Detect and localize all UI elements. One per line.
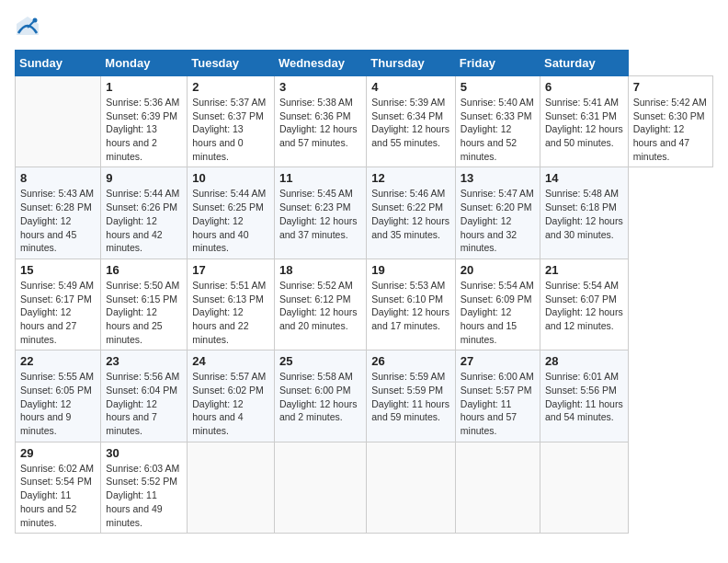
day-info: Sunrise: 6:03 AMSunset: 5:52 PMDaylight:… [106, 462, 182, 529]
day-number: 13 [461, 171, 535, 185]
day-info: Sunrise: 5:38 AMSunset: 6:36 PMDaylight:… [279, 96, 361, 150]
day-number: 17 [192, 263, 269, 277]
calendar-cell: 17Sunrise: 5:51 AMSunset: 6:13 PMDayligh… [188, 259, 275, 350]
day-number: 9 [106, 171, 182, 185]
calendar-cell: 28Sunrise: 6:01 AMSunset: 5:56 PMDayligh… [540, 350, 629, 442]
day-info: Sunrise: 5:42 AMSunset: 6:30 PMDaylight:… [633, 96, 708, 163]
calendar-cell: 19Sunrise: 5:53 AMSunset: 6:10 PMDayligh… [367, 259, 456, 350]
calendar-cell: 16Sunrise: 5:50 AMSunset: 6:15 PMDayligh… [101, 259, 188, 350]
calendar-cell: 4Sunrise: 5:39 AMSunset: 6:34 PMDaylight… [367, 76, 456, 167]
day-number: 25 [279, 354, 361, 368]
day-info: Sunrise: 5:59 AMSunset: 5:59 PMDaylight:… [371, 370, 450, 424]
calendar-table: SundayMondayTuesdayWednesdayThursdayFrid… [15, 50, 713, 534]
day-number: 7 [633, 80, 708, 94]
calendar-week-0: 1Sunrise: 5:36 AMSunset: 6:39 PMDaylight… [16, 76, 713, 167]
day-info: Sunrise: 5:53 AMSunset: 6:10 PMDaylight:… [371, 279, 450, 333]
calendar-cell: 14Sunrise: 5:48 AMSunset: 6:18 PMDayligh… [540, 167, 629, 259]
day-number: 4 [371, 80, 450, 94]
calendar-cell: 8Sunrise: 5:43 AMSunset: 6:28 PMDaylight… [16, 167, 101, 259]
day-number: 26 [371, 354, 450, 368]
day-number: 11 [279, 171, 361, 185]
day-info: Sunrise: 6:01 AMSunset: 5:56 PMDaylight:… [545, 370, 623, 424]
calendar-cell: 2Sunrise: 5:37 AMSunset: 6:37 PMDaylight… [188, 76, 275, 167]
day-info: Sunrise: 5:44 AMSunset: 6:25 PMDaylight:… [192, 187, 269, 254]
calendar-cell: 29Sunrise: 6:02 AMSunset: 5:54 PMDayligh… [16, 442, 101, 533]
day-number: 12 [371, 171, 450, 185]
day-info: Sunrise: 5:43 AMSunset: 6:28 PMDaylight:… [20, 187, 96, 254]
day-info: Sunrise: 5:50 AMSunset: 6:15 PMDaylight:… [106, 279, 182, 346]
calendar-cell [16, 76, 101, 167]
calendar-header-row: SundayMondayTuesdayWednesdayThursdayFrid… [16, 51, 713, 76]
calendar-cell [367, 442, 456, 533]
day-number: 22 [20, 354, 96, 368]
day-number: 6 [545, 80, 623, 94]
calendar-week-4: 29Sunrise: 6:02 AMSunset: 5:54 PMDayligh… [16, 442, 713, 533]
day-info: Sunrise: 5:54 AMSunset: 6:09 PMDaylight:… [461, 279, 535, 346]
calendar-cell: 26Sunrise: 5:59 AMSunset: 5:59 PMDayligh… [367, 350, 456, 442]
day-info: Sunrise: 5:54 AMSunset: 6:07 PMDaylight:… [545, 279, 623, 333]
day-info: Sunrise: 5:41 AMSunset: 6:31 PMDaylight:… [545, 96, 623, 150]
calendar-week-3: 22Sunrise: 5:55 AMSunset: 6:05 PMDayligh… [16, 350, 713, 442]
calendar-cell: 10Sunrise: 5:44 AMSunset: 6:25 PMDayligh… [188, 167, 275, 259]
day-number: 27 [461, 354, 535, 368]
col-header-friday: Friday [455, 51, 540, 76]
day-number: 15 [20, 263, 96, 277]
calendar-cell: 12Sunrise: 5:46 AMSunset: 6:22 PMDayligh… [367, 167, 456, 259]
logo-icon [15, 15, 40, 40]
calendar-cell: 21Sunrise: 5:54 AMSunset: 6:07 PMDayligh… [540, 259, 629, 350]
calendar-cell [188, 442, 275, 533]
day-info: Sunrise: 5:47 AMSunset: 6:20 PMDaylight:… [461, 187, 535, 254]
day-info: Sunrise: 6:00 AMSunset: 5:57 PMDaylight:… [461, 370, 535, 437]
day-number: 14 [545, 171, 623, 185]
calendar-cell: 6Sunrise: 5:41 AMSunset: 6:31 PMDaylight… [540, 76, 629, 167]
day-info: Sunrise: 5:44 AMSunset: 6:26 PMDaylight:… [106, 187, 182, 254]
day-info: Sunrise: 5:48 AMSunset: 6:18 PMDaylight:… [545, 187, 623, 241]
calendar-cell: 15Sunrise: 5:49 AMSunset: 6:17 PMDayligh… [16, 259, 101, 350]
calendar-cell: 13Sunrise: 5:47 AMSunset: 6:20 PMDayligh… [455, 167, 540, 259]
day-number: 18 [279, 263, 361, 277]
day-info: Sunrise: 5:57 AMSunset: 6:02 PMDaylight:… [192, 370, 269, 437]
col-header-tuesday: Tuesday [188, 51, 275, 76]
calendar-cell: 9Sunrise: 5:44 AMSunset: 6:26 PMDaylight… [101, 167, 188, 259]
calendar-cell: 11Sunrise: 5:45 AMSunset: 6:23 PMDayligh… [274, 167, 366, 259]
day-number: 20 [461, 263, 535, 277]
calendar-cell [274, 442, 366, 533]
day-info: Sunrise: 5:39 AMSunset: 6:34 PMDaylight:… [371, 96, 450, 150]
col-header-monday: Monday [101, 51, 188, 76]
day-info: Sunrise: 5:58 AMSunset: 6:00 PMDaylight:… [279, 370, 361, 424]
calendar-week-2: 15Sunrise: 5:49 AMSunset: 6:17 PMDayligh… [16, 259, 713, 350]
day-info: Sunrise: 5:36 AMSunset: 6:39 PMDaylight:… [106, 96, 182, 163]
day-number: 24 [192, 354, 269, 368]
day-number: 28 [545, 354, 623, 368]
day-number: 2 [192, 80, 269, 94]
calendar-cell: 20Sunrise: 5:54 AMSunset: 6:09 PMDayligh… [455, 259, 540, 350]
calendar-cell: 18Sunrise: 5:52 AMSunset: 6:12 PMDayligh… [274, 259, 366, 350]
calendar-cell: 25Sunrise: 5:58 AMSunset: 6:00 PMDayligh… [274, 350, 366, 442]
day-number: 29 [20, 446, 96, 460]
calendar-cell: 1Sunrise: 5:36 AMSunset: 6:39 PMDaylight… [101, 76, 188, 167]
day-number: 19 [371, 263, 450, 277]
day-number: 3 [279, 80, 361, 94]
day-info: Sunrise: 5:56 AMSunset: 6:04 PMDaylight:… [106, 370, 182, 437]
calendar-cell: 5Sunrise: 5:40 AMSunset: 6:33 PMDaylight… [455, 76, 540, 167]
calendar-cell [540, 442, 629, 533]
day-number: 16 [106, 263, 182, 277]
logo [15, 15, 44, 40]
day-info: Sunrise: 5:55 AMSunset: 6:05 PMDaylight:… [20, 370, 96, 437]
day-number: 30 [106, 446, 182, 460]
day-info: Sunrise: 5:40 AMSunset: 6:33 PMDaylight:… [461, 96, 535, 163]
day-info: Sunrise: 5:37 AMSunset: 6:37 PMDaylight:… [192, 96, 269, 163]
day-info: Sunrise: 5:46 AMSunset: 6:22 PMDaylight:… [371, 187, 450, 241]
day-number: 5 [461, 80, 535, 94]
calendar-cell: 23Sunrise: 5:56 AMSunset: 6:04 PMDayligh… [101, 350, 188, 442]
calendar-cell: 30Sunrise: 6:03 AMSunset: 5:52 PMDayligh… [101, 442, 188, 533]
day-info: Sunrise: 5:51 AMSunset: 6:13 PMDaylight:… [192, 279, 269, 346]
col-header-saturday: Saturday [540, 51, 629, 76]
calendar-week-1: 8Sunrise: 5:43 AMSunset: 6:28 PMDaylight… [16, 167, 713, 259]
day-number: 21 [545, 263, 623, 277]
page-header [15, 15, 713, 40]
day-number: 1 [106, 80, 182, 94]
col-header-sunday: Sunday [16, 51, 101, 76]
calendar-cell: 7Sunrise: 5:42 AMSunset: 6:30 PMDaylight… [628, 76, 712, 167]
calendar-cell [455, 442, 540, 533]
